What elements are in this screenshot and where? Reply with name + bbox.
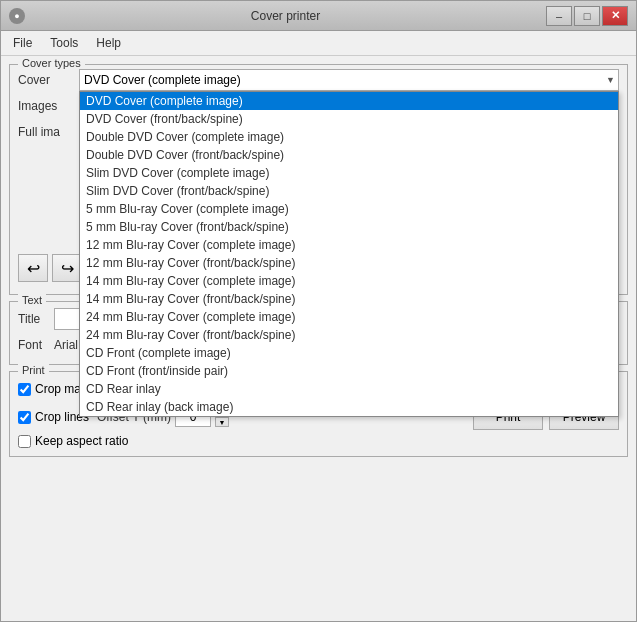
offset-y-down[interactable]: ▼ — [215, 417, 229, 427]
maximize-button[interactable]: □ — [574, 6, 600, 26]
window-title: Cover printer — [25, 9, 546, 23]
cover-select-wrapper: DVD Cover (complete image) DVD Cover (co… — [79, 69, 619, 91]
main-content: Cover types Cover DVD Cover (complete im… — [1, 56, 636, 621]
cover-row: Cover DVD Cover (complete image) DVD Cov… — [18, 69, 619, 91]
full-image-label: Full ima — [18, 125, 73, 139]
dropdown-item-6[interactable]: 5 mm Blu-ray Cover (complete image) — [80, 200, 618, 218]
dropdown-item-5[interactable]: Slim DVD Cover (front/back/spine) — [80, 182, 618, 200]
cover-label: Cover — [18, 73, 73, 87]
minimize-button[interactable]: – — [546, 6, 572, 26]
print-label: Print — [18, 364, 49, 376]
dropdown-item-15[interactable]: CD Front (front/inside pair) — [80, 362, 618, 380]
dropdown-item-16[interactable]: CD Rear inlay — [80, 380, 618, 398]
dropdown-item-12[interactable]: 24 mm Blu-ray Cover (complete image) — [80, 308, 618, 326]
cover-types-group: Cover types Cover DVD Cover (complete im… — [9, 64, 628, 295]
menu-tools[interactable]: Tools — [42, 33, 86, 53]
dropdown-item-13[interactable]: 24 mm Blu-ray Cover (front/back/spine) — [80, 326, 618, 344]
keep-aspect-checkbox[interactable] — [18, 435, 31, 448]
menu-help[interactable]: Help — [88, 33, 129, 53]
window-icon: ● — [9, 8, 25, 24]
keep-aspect-group[interactable]: Keep aspect ratio — [18, 434, 619, 448]
redo-button[interactable]: ↪ — [52, 254, 82, 282]
keep-aspect-label: Keep aspect ratio — [35, 434, 128, 448]
close-button[interactable]: ✕ — [602, 6, 628, 26]
cover-dropdown: DVD Cover (complete image) DVD Cover (fr… — [79, 91, 619, 417]
dropdown-item-9[interactable]: 12 mm Blu-ray Cover (front/back/spine) — [80, 254, 618, 272]
dropdown-item-1[interactable]: DVD Cover (front/back/spine) — [80, 110, 618, 128]
print-row3: Keep aspect ratio — [18, 434, 619, 448]
dropdown-item-11[interactable]: 14 mm Blu-ray Cover (front/back/spine) — [80, 290, 618, 308]
title-bar: ● Cover printer – □ ✕ — [1, 1, 636, 31]
window-controls: – □ ✕ — [546, 6, 628, 26]
font-label: Font — [18, 338, 48, 352]
dropdown-item-3[interactable]: Double DVD Cover (front/back/spine) — [80, 146, 618, 164]
cover-types-label: Cover types — [18, 57, 85, 69]
undo-button[interactable]: ↩ — [18, 254, 48, 282]
dropdown-item-14[interactable]: CD Front (complete image) — [80, 344, 618, 362]
images-label: Images — [18, 99, 73, 113]
menu-file[interactable]: File — [5, 33, 40, 53]
dropdown-item-2[interactable]: Double DVD Cover (complete image) — [80, 128, 618, 146]
menu-bar: File Tools Help — [1, 31, 636, 56]
dropdown-item-7[interactable]: 5 mm Blu-ray Cover (front/back/spine) — [80, 218, 618, 236]
crop-marks-checkbox[interactable] — [18, 383, 31, 396]
crop-lines-checkbox[interactable] — [18, 411, 31, 424]
cover-select[interactable]: DVD Cover (complete image) — [79, 69, 619, 91]
dropdown-item-17[interactable]: CD Rear inlay (back image) — [80, 398, 618, 416]
dropdown-item-0[interactable]: DVD Cover (complete image) — [80, 92, 618, 110]
dropdown-item-8[interactable]: 12 mm Blu-ray Cover (complete image) — [80, 236, 618, 254]
dropdown-item-4[interactable]: Slim DVD Cover (complete image) — [80, 164, 618, 182]
text-label: Text — [18, 294, 46, 306]
dropdown-item-10[interactable]: 14 mm Blu-ray Cover (complete image) — [80, 272, 618, 290]
main-window: ● Cover printer – □ ✕ File Tools Help Co… — [0, 0, 637, 622]
title-label: Title — [18, 312, 48, 326]
